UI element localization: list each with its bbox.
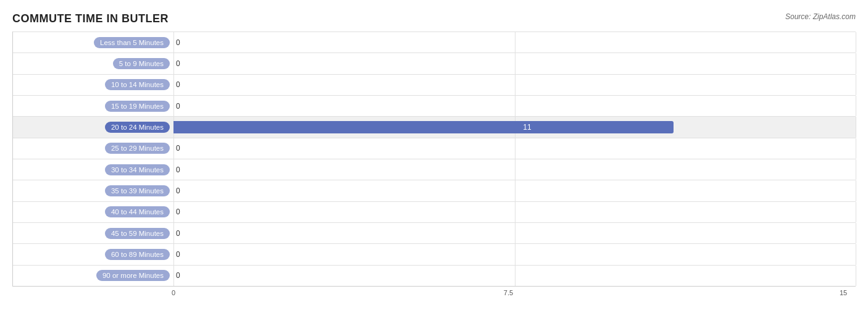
bar-value: 0: [176, 250, 180, 259]
x-axis-label: 0: [172, 289, 175, 296]
bar-row: 35 to 39 Minutes0: [13, 180, 856, 201]
bar-area: 0: [173, 202, 856, 222]
bar-value: 0: [176, 229, 180, 238]
bar-area: 0: [173, 159, 856, 180]
grid-line: [173, 138, 174, 159]
label-pill: 10 to 14 Minutes: [105, 79, 170, 90]
bar-area: 0: [173, 180, 856, 201]
grid-line: [515, 223, 515, 243]
bar-row: 45 to 59 Minutes0: [13, 222, 856, 243]
grid-line: [515, 32, 515, 52]
grid-line: [515, 159, 515, 180]
bar-area: 0: [173, 32, 856, 52]
label-pill: 35 to 39 Minutes: [105, 185, 170, 196]
bar-label: 40 to 44 Minutes: [13, 206, 173, 217]
bar-value: 0: [176, 187, 180, 195]
grid-line: [173, 223, 174, 243]
grid-line: [856, 159, 856, 180]
label-pill: 25 to 29 Minutes: [105, 143, 170, 154]
grid-line: [515, 202, 515, 222]
bar-row: 90 or more Minutes0: [13, 265, 856, 286]
bar-label: 45 to 59 Minutes: [13, 228, 173, 239]
bar-label: 35 to 39 Minutes: [13, 185, 173, 196]
grid-line: [515, 96, 515, 116]
label-pill: 30 to 34 Minutes: [105, 164, 170, 175]
bar-area: 11: [173, 117, 856, 137]
bar-row: 10 to 14 Minutes0: [13, 74, 856, 95]
chart-header: COMMUTE TIME IN BUTLER Source: ZipAtlas.…: [12, 12, 856, 25]
bar-area: 0: [173, 223, 856, 243]
grid-line: [515, 180, 515, 201]
bar-value: 0: [176, 59, 180, 68]
grid-line: [173, 202, 174, 222]
chart-title: COMMUTE TIME IN BUTLER: [12, 12, 169, 25]
grid-line: [173, 53, 174, 73]
bar-label: 25 to 29 Minutes: [13, 143, 173, 154]
grid-line: [856, 244, 856, 264]
bar-value: 0: [176, 80, 180, 89]
bar-fill: 11: [173, 121, 674, 133]
grid-line: [856, 266, 856, 286]
bar-label: 10 to 14 Minutes: [13, 79, 173, 90]
grid-line: [856, 32, 856, 52]
chart-source: Source: ZipAtlas.com: [785, 12, 856, 21]
bar-label: 30 to 34 Minutes: [13, 164, 173, 175]
label-pill: 60 to 89 Minutes: [105, 249, 170, 260]
grid-line: [173, 32, 174, 52]
grid-line: [515, 138, 515, 159]
bar-label: 15 to 19 Minutes: [13, 101, 173, 112]
grid-line: [173, 180, 174, 201]
bar-value: 0: [176, 208, 180, 216]
bar-value: 11: [523, 123, 531, 132]
grid-line: [173, 96, 174, 116]
x-axis-label: 7.5: [504, 289, 513, 296]
bar-label: 20 to 24 Minutes: [13, 122, 173, 133]
grid-line: [856, 117, 856, 137]
bar-area: 0: [173, 266, 856, 286]
bar-value: 0: [176, 144, 180, 153]
bar-row: 30 to 34 Minutes0: [13, 159, 856, 180]
bar-value: 0: [176, 102, 180, 111]
bar-area: 0: [173, 53, 856, 73]
grid-line: [856, 138, 856, 159]
grid-line: [515, 75, 515, 95]
grid-line: [515, 244, 515, 264]
bar-row: 15 to 19 Minutes0: [13, 95, 856, 116]
grid-line: [515, 53, 515, 73]
bar-value: 0: [176, 166, 180, 174]
label-pill: 40 to 44 Minutes: [105, 206, 170, 217]
grid-line: [856, 202, 856, 222]
bar-area: 0: [173, 138, 856, 159]
bar-area: 0: [173, 244, 856, 264]
label-pill: 20 to 24 Minutes: [105, 122, 170, 133]
bar-label: 5 to 9 Minutes: [13, 58, 173, 69]
bar-row: 60 to 89 Minutes0: [13, 243, 856, 264]
grid-line: [856, 96, 856, 116]
bar-row: 20 to 24 Minutes11: [13, 116, 856, 137]
label-pill: Less than 5 Minutes: [94, 37, 170, 48]
grid-line: [856, 223, 856, 243]
bar-row: 40 to 44 Minutes0: [13, 201, 856, 222]
bar-label: Less than 5 Minutes: [13, 37, 173, 48]
label-pill: 45 to 59 Minutes: [105, 228, 170, 239]
grid-line: [173, 75, 174, 95]
grid-line: [515, 266, 515, 286]
x-axis-label: 15: [840, 289, 847, 296]
chart-body: Less than 5 Minutes05 to 9 Minutes010 to…: [12, 31, 856, 287]
grid-line: [173, 159, 174, 180]
bar-row: 5 to 9 Minutes0: [13, 52, 856, 73]
bar-label: 60 to 89 Minutes: [13, 249, 173, 260]
x-axis: 07.515: [173, 289, 843, 301]
bar-area: 0: [173, 96, 856, 116]
grid-line: [856, 75, 856, 95]
label-pill: 90 or more Minutes: [96, 270, 170, 281]
label-pill: 15 to 19 Minutes: [105, 101, 170, 112]
bar-row: Less than 5 Minutes0: [13, 31, 856, 52]
grid-line: [856, 180, 856, 201]
bar-row: 25 to 29 Minutes0: [13, 138, 856, 159]
bar-value: 0: [176, 271, 180, 280]
bar-area: 0: [173, 75, 856, 95]
grid-line: [173, 244, 174, 264]
grid-line: [856, 53, 856, 73]
bar-label: 90 or more Minutes: [13, 270, 173, 281]
